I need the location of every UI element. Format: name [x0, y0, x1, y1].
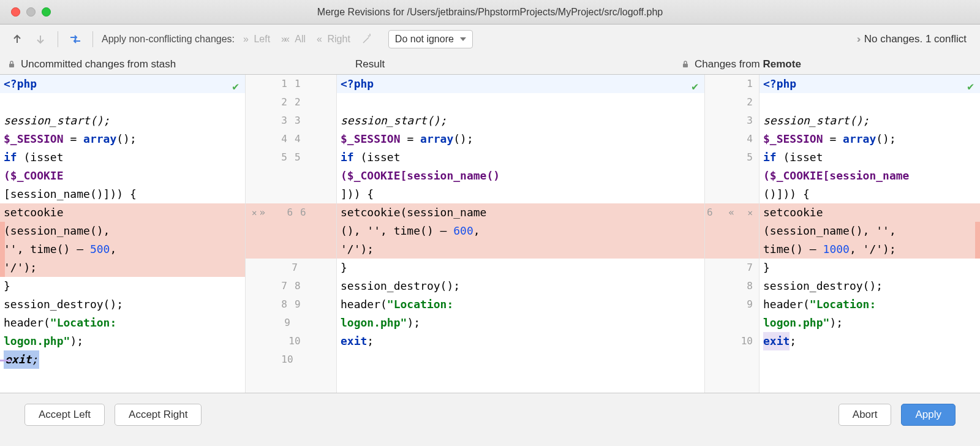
dialog-footer: Accept Left Accept Right Abort Apply	[0, 393, 980, 436]
apply-right-button[interactable]: « Right	[314, 34, 353, 45]
reject-icon[interactable]: ✕	[748, 203, 753, 222]
gutter-line: 78	[246, 277, 336, 295]
code-line: exit;	[0, 350, 245, 369]
accept-right-button[interactable]: Accept Right	[115, 404, 202, 426]
code-line: logon.php");	[337, 314, 704, 332]
maximize-window-button[interactable]	[42, 7, 51, 17]
ignore-select-value: Do not ignore	[395, 34, 454, 44]
gutter-line	[246, 222, 336, 240]
code-line-conflict: (), '', time() – 600,	[337, 222, 704, 240]
left-code-pane[interactable]: ✔<?php session_start(); $_SESSION = arra…	[0, 75, 245, 393]
svg-rect-0	[9, 64, 14, 67]
apply-all-button[interactable]: »« All	[279, 34, 308, 45]
separator	[58, 31, 58, 47]
code-line: }	[760, 259, 980, 277]
code-line: ✔<?php	[760, 75, 980, 93]
lock-icon	[7, 60, 16, 69]
gutter-line: 10	[246, 332, 336, 350]
code-line: }	[0, 277, 245, 295]
prev-change-button[interactable]	[9, 31, 26, 48]
svg-rect-1	[683, 64, 688, 67]
minimize-window-button[interactable]	[26, 7, 36, 17]
abort-button[interactable]: Abort	[839, 404, 892, 426]
gutter-line: 7	[705, 259, 759, 277]
code-line: $_SESSION = array();	[337, 130, 704, 148]
code-line: ($_COOKIE[session_name	[760, 167, 980, 185]
gutter-line	[705, 240, 759, 259]
gutter-line-conflict: ✕»66	[246, 203, 336, 222]
gutter-line	[705, 167, 759, 185]
merge-toolbar: Apply non-conflicting changes: » Left »«…	[0, 25, 980, 54]
code-line: $_SESSION = array();	[0, 130, 245, 148]
gutter-line: 7	[246, 259, 336, 277]
pane-header-mid: Result	[337, 54, 674, 74]
code-line: header("Location:	[337, 295, 704, 314]
result-code-pane[interactable]: ✔<?php session_start(); $_SESSION = arra…	[337, 75, 704, 393]
code-line: header("Location:	[0, 314, 245, 332]
reject-icon[interactable]: ✕	[252, 203, 257, 222]
gutter-line: 4	[705, 130, 759, 148]
pane-header-mid-label: Result	[355, 58, 385, 70]
apply-label: Apply non-conflicting changes:	[102, 34, 235, 45]
accept-left-button[interactable]: Accept Left	[24, 404, 105, 426]
ignore-whitespace-select[interactable]: Do not ignore	[388, 30, 473, 48]
apply-all-label: All	[295, 34, 306, 45]
code-line-conflict: setcookie	[0, 203, 245, 222]
code-line: session_destroy();	[760, 277, 980, 295]
code-line: ✔<?php	[0, 75, 245, 93]
gutter-line	[705, 185, 759, 203]
gutter-line: 9	[246, 314, 336, 332]
pane-header-right: Changes from Remote	[674, 54, 980, 74]
code-line: }	[337, 259, 704, 277]
code-line-conflict: setcookie	[760, 203, 980, 222]
code-line-conflict: time() – 1000, '/');	[760, 240, 980, 259]
code-line	[760, 93, 980, 112]
window-title: Merge Revisions for /Users/jetbrains/Php…	[0, 7, 980, 18]
apply-right-label: Right	[327, 34, 350, 45]
separator	[92, 31, 93, 47]
gutter-line	[246, 167, 336, 185]
close-window-button[interactable]	[11, 7, 20, 17]
code-line: exit;	[337, 332, 704, 350]
apply-button[interactable]: Apply	[901, 404, 956, 426]
code-line: if (isset	[337, 148, 704, 167]
gutter-line	[705, 222, 759, 240]
code-line: session_destroy();	[337, 277, 704, 295]
titlebar: Merge Revisions for /Users/jetbrains/Php…	[0, 0, 980, 25]
gutter-line: 3	[705, 112, 759, 130]
code-line: if (isset	[760, 148, 980, 167]
code-line: session_destroy();	[0, 295, 245, 314]
magic-wand-icon[interactable]	[359, 34, 375, 45]
accept-icon[interactable]: «	[728, 203, 732, 222]
gutter-line	[705, 314, 759, 332]
gutter-line: 2	[705, 93, 759, 112]
code-line: $_SESSION = array();	[760, 130, 980, 148]
apply-left-button[interactable]: » Left	[241, 34, 273, 45]
code-line: session_start();	[337, 112, 704, 130]
code-line: ($_COOKIE	[0, 167, 245, 185]
code-line: ($_COOKIE[session_name()	[337, 167, 704, 185]
pane-header-left: Uncommitted changes from stash	[0, 54, 337, 74]
code-line: ✔<?php	[337, 75, 704, 93]
code-line-conflict: '', time() – 500,	[0, 240, 245, 259]
right-gutter: 1 2 3 4 5 6 « ✕ 7 8 9 10	[704, 75, 760, 393]
gutter-line: 33	[246, 112, 336, 130]
gutter-line: 44	[246, 130, 336, 148]
code-line: if (isset	[0, 148, 245, 167]
code-line: session_start();	[760, 112, 980, 130]
next-change-button[interactable]	[32, 31, 49, 48]
merge-body: ✔<?php session_start(); $_SESSION = arra…	[0, 75, 980, 393]
code-line: exit;	[760, 332, 980, 350]
right-code-pane[interactable]: ✔<?php session_start(); $_SESSION = arra…	[760, 75, 980, 393]
code-line-conflict: (session_name(),	[0, 222, 245, 240]
window-controls	[0, 7, 51, 17]
accept-icon[interactable]: »	[259, 203, 263, 222]
code-line	[0, 93, 245, 112]
pane-header-left-label: Uncommitted changes from stash	[21, 58, 176, 70]
gutter-line: 5	[705, 148, 759, 167]
gutter-line: 55	[246, 148, 336, 167]
code-line: ()])) {	[760, 185, 980, 203]
gutter-line: 89	[246, 295, 336, 314]
swap-icon[interactable]	[67, 31, 84, 48]
code-line	[337, 93, 704, 112]
